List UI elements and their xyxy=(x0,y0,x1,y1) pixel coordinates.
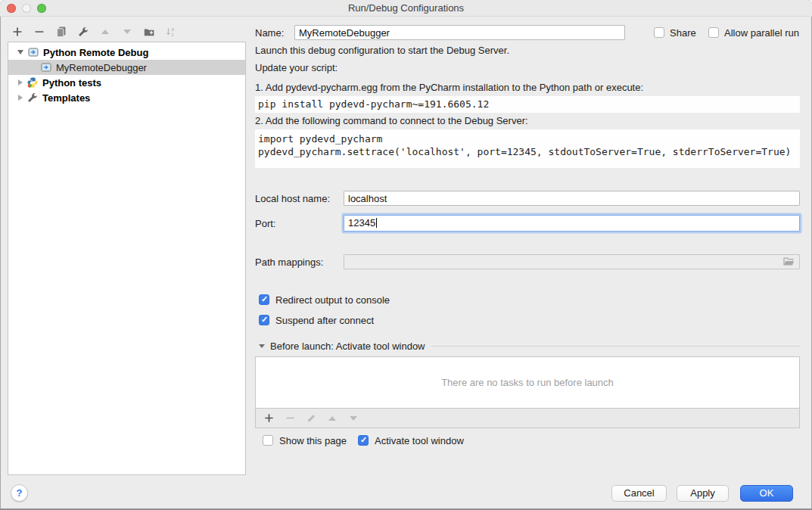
svg-text:z: z xyxy=(171,32,174,37)
suspend-after-connect-label[interactable]: Suspend after connect xyxy=(275,315,374,327)
title-bar: Run/Debug Configurations xyxy=(0,0,812,17)
share-checkbox[interactable] xyxy=(654,27,664,38)
pencil-icon xyxy=(306,412,317,424)
chevron-down-icon xyxy=(350,416,357,421)
section-collapse-arrow-icon[interactable] xyxy=(259,344,265,348)
plus-icon xyxy=(11,26,23,38)
remote-debug-config-icon xyxy=(40,61,52,73)
path-mappings-browse-button[interactable] xyxy=(781,256,796,269)
move-up-button[interactable] xyxy=(98,25,112,39)
pip-command-block: pip install pydevd-pycharm~=191.6605.12 xyxy=(255,96,800,113)
plus-icon xyxy=(263,412,275,424)
tree-item-python-remote-debug[interactable]: Python Remote Debug xyxy=(8,45,245,60)
configurations-toolbar: az xyxy=(11,23,178,40)
question-mark-icon: ? xyxy=(17,487,23,499)
add-task-button[interactable] xyxy=(262,412,275,425)
local-host-name-label: Local host name: xyxy=(255,193,330,205)
step1-text: 1. Add pydevd-pycharm.egg from the PyCha… xyxy=(255,82,643,94)
move-task-up-button[interactable] xyxy=(325,412,339,425)
edit-task-button[interactable] xyxy=(304,412,318,425)
apply-button[interactable]: Apply xyxy=(677,485,729,502)
step2-text: 2. Add the following command to connect … xyxy=(255,115,528,127)
sort-az-icon: az xyxy=(165,26,177,38)
wrench-icon xyxy=(26,92,39,104)
minus-icon xyxy=(33,26,45,38)
allow-parallel-run-label[interactable]: Allow parallel run xyxy=(724,27,799,39)
suspend-after-connect-checkbox[interactable] xyxy=(259,315,269,325)
activate-tool-window-checkbox[interactable] xyxy=(358,435,369,446)
intro-text: Launch this debug configuration to start… xyxy=(255,45,509,57)
local-host-name-input[interactable] xyxy=(344,191,800,206)
ok-button[interactable]: OK xyxy=(740,485,793,502)
remote-debug-config-icon xyxy=(27,46,39,58)
help-button[interactable]: ? xyxy=(11,484,28,502)
remove-configuration-button[interactable] xyxy=(33,25,46,39)
tree-item-label[interactable]: Python tests xyxy=(42,77,101,89)
collapse-arrow-icon[interactable] xyxy=(18,95,23,101)
tree-item-templates[interactable]: Templates xyxy=(8,90,245,105)
python-tests-icon xyxy=(26,76,39,89)
empty-task-list-message: There are no tasks to run before launch xyxy=(441,377,614,388)
name-label: Name: xyxy=(255,27,284,39)
activate-tool-window-label[interactable]: Activate tool window xyxy=(375,435,464,447)
redirect-output-label[interactable]: Redirect output to console xyxy=(275,294,390,306)
share-checkbox-label[interactable]: Share xyxy=(670,27,696,39)
update-script-text: Update your script: xyxy=(255,62,338,74)
edit-templates-button[interactable] xyxy=(76,25,90,39)
before-launch-section-header[interactable]: Before launch: Activate tool window xyxy=(259,340,800,352)
path-mappings-label: Path mappings: xyxy=(255,257,323,269)
run-debug-configurations-dialog: Run/Debug Configurations az xyxy=(0,0,812,510)
folder-open-icon xyxy=(782,256,795,267)
tree-item-python-tests[interactable]: Python tests xyxy=(8,75,245,90)
pip-command-text: pip install pydevd-pycharm~=191.6605.12 xyxy=(255,96,800,113)
window-title: Run/Debug Configurations xyxy=(0,0,812,17)
configurations-tree: Python Remote Debug MyRemoteDebugger Pyt… xyxy=(8,42,246,475)
path-mappings-input[interactable] xyxy=(344,254,800,269)
copy-configuration-button[interactable] xyxy=(54,25,68,39)
section-divider xyxy=(431,346,800,347)
chevron-up-icon xyxy=(328,416,336,421)
chevron-up-icon xyxy=(101,30,109,34)
move-down-button[interactable] xyxy=(120,25,134,39)
code-line-2: pydevd_pycharm.settrace('localhost', por… xyxy=(255,145,800,158)
expand-arrow-icon[interactable] xyxy=(17,50,23,54)
redirect-output-checkbox[interactable] xyxy=(259,294,269,305)
name-input[interactable] xyxy=(294,25,625,40)
port-label: Port: xyxy=(255,218,275,230)
remove-task-button[interactable] xyxy=(283,412,297,425)
chevron-down-icon xyxy=(123,30,131,34)
tree-item-label[interactable]: Python Remote Debug xyxy=(43,47,148,58)
tree-item-myremotedebugger[interactable]: MyRemoteDebugger xyxy=(8,60,245,75)
minus-icon xyxy=(285,412,296,424)
tree-item-label[interactable]: Templates xyxy=(42,92,90,104)
move-task-down-button[interactable] xyxy=(347,412,360,425)
task-list-toolbar xyxy=(255,409,800,428)
create-folder-button[interactable] xyxy=(142,25,156,39)
port-value: 12345 xyxy=(348,217,375,229)
show-this-page-checkbox[interactable] xyxy=(263,435,273,446)
wrench-icon xyxy=(77,26,89,38)
tree-item-label[interactable]: MyRemoteDebugger xyxy=(56,62,147,73)
sort-configurations-button[interactable]: az xyxy=(164,25,178,39)
add-configuration-button[interactable] xyxy=(11,25,24,39)
allow-parallel-run-checkbox[interactable] xyxy=(708,27,719,38)
code-line-1: import pydevd_pycharm xyxy=(255,132,800,145)
collapse-arrow-icon[interactable] xyxy=(18,79,23,86)
show-this-page-label[interactable]: Show this page xyxy=(279,435,347,447)
add-folder-icon xyxy=(143,26,155,38)
settrace-code-block: import pydevd_pycharm pydevd_pycharm.set… xyxy=(255,129,800,168)
before-launch-title: Before launch: Activate tool window xyxy=(270,341,425,352)
cancel-button[interactable]: Cancel xyxy=(611,485,667,502)
text-caret xyxy=(376,218,377,228)
copy-icon xyxy=(55,26,67,38)
port-input[interactable]: 12345 xyxy=(344,215,800,232)
before-launch-task-list[interactable]: There are no tasks to run before launch xyxy=(255,356,800,409)
